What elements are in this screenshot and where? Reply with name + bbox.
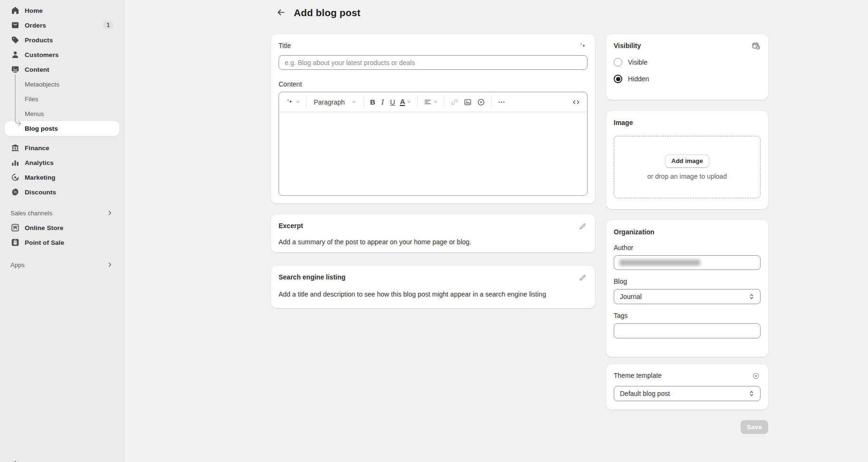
sidebar-item-files[interactable]: Files <box>5 92 119 106</box>
sidebar-item-marketing[interactable]: Marketing <box>5 170 119 184</box>
add-image-button[interactable]: Add image <box>665 154 709 168</box>
sidebar-item-discounts[interactable]: Discounts <box>5 185 119 199</box>
visibility-option-visible[interactable]: Visible <box>614 57 761 68</box>
insert-image-button[interactable] <box>461 95 474 109</box>
sidebar-item-orders[interactable]: Orders1 <box>5 18 119 32</box>
sidebar-section-apps[interactable]: Apps <box>5 259 119 270</box>
image-card-title: Image <box>614 119 633 126</box>
content-icon <box>10 65 20 74</box>
excerpt-card-title: Excerpt <box>279 222 303 230</box>
orders-icon <box>10 20 20 30</box>
rich-text-editor: Paragraph B I U A <box>279 92 588 196</box>
organization-card-title: Organization <box>614 228 655 236</box>
sidebar-item-finance[interactable]: Finance <box>5 141 119 155</box>
side-column: Visibility Visible Hidden Image Add imag… <box>606 34 768 434</box>
online-store-icon <box>10 223 20 232</box>
sidebar-item-metaobjects[interactable]: Metaobjects <box>5 77 119 92</box>
edit-seo-button[interactable] <box>578 273 588 283</box>
insert-link-button[interactable] <box>448 95 461 109</box>
author-input[interactable] <box>614 255 761 270</box>
page-title: Add blog post <box>294 7 360 19</box>
ai-generate-title-button[interactable] <box>578 42 588 51</box>
point-of-sale-icon <box>10 238 20 247</box>
updown-icon <box>748 293 755 300</box>
chevron-right-icon <box>106 261 114 269</box>
organization-card: Organization Author Blog Journal Tags <box>606 220 768 357</box>
image-icon <box>463 98 472 106</box>
sidebar-item-point-of-sale[interactable]: Point of Sale <box>5 235 119 250</box>
sidebar-item-menus[interactable]: Menus <box>5 106 119 121</box>
blog-select[interactable]: Journal <box>614 289 761 304</box>
post-editor-card: Title Content Paragraph <box>271 34 595 203</box>
toolbar-divider <box>306 96 307 108</box>
link-icon <box>450 98 459 106</box>
toolbar-divider <box>444 96 444 108</box>
save-button[interactable]: Save <box>741 420 768 434</box>
underline-button[interactable]: U <box>388 95 398 109</box>
image-dropzone[interactable]: Add image or drop an image to upload <box>614 136 761 198</box>
sidebar: HomeOrders1ProductsCustomersContentMetao… <box>0 0 125 462</box>
code-icon <box>572 98 580 106</box>
italic-button[interactable]: I <box>377 95 387 109</box>
schedule-visibility-button[interactable] <box>751 42 761 51</box>
text-color-button[interactable]: A <box>397 95 414 109</box>
chevron-down-icon <box>406 99 412 105</box>
pencil-icon <box>579 222 587 232</box>
radio-button <box>614 58 622 67</box>
more-options-button[interactable] <box>495 95 508 109</box>
finance-icon <box>10 143 20 153</box>
sidebar-item-customers[interactable]: Customers <box>5 48 119 62</box>
updown-icon <box>748 390 755 397</box>
insert-video-button[interactable] <box>474 95 488 109</box>
title-input[interactable] <box>279 55 588 70</box>
preview-template-button[interactable] <box>751 372 761 381</box>
sidebar-item-analytics[interactable]: Analytics <box>5 155 119 170</box>
marketing-icon <box>10 173 20 182</box>
chevron-down-icon <box>295 99 300 105</box>
visibility-option-hidden[interactable]: Hidden <box>614 73 761 85</box>
discounts-icon <box>10 187 20 197</box>
radio-button <box>614 75 622 83</box>
excerpt-card: Excerpt Add a summary of the post to app… <box>271 214 595 252</box>
theme-template-select[interactable]: Default blog post <box>614 386 761 401</box>
author-field-label: Author <box>614 244 761 251</box>
pencil-icon <box>579 273 587 283</box>
theme-card-title: Theme template <box>614 372 662 379</box>
analytics-icon <box>10 158 20 167</box>
ai-assist-button[interactable] <box>283 95 303 109</box>
sidebar-item-content[interactable]: Content <box>5 62 119 77</box>
sidebar-item-home[interactable]: Home <box>5 3 119 18</box>
text-style-selector[interactable]: Paragraph <box>310 95 360 109</box>
align-left-icon <box>424 98 432 106</box>
sidebar-item-settings[interactable]: Settings <box>5 457 119 462</box>
theme-template-card: Theme template Default blog post <box>606 364 768 410</box>
chevron-right-icon <box>106 209 114 217</box>
sidebar-section-sales-channels[interactable]: Sales channels <box>5 207 119 219</box>
chevron-down-icon <box>433 99 438 105</box>
alignment-button[interactable] <box>421 95 441 109</box>
footer-actions: Save <box>606 420 768 434</box>
sidebar-item-online-store[interactable]: Online Store <box>5 221 119 235</box>
drop-hint-text: or drop an image to upload <box>647 173 727 180</box>
page-header: Add blog post <box>274 6 360 19</box>
tags-input[interactable] <box>614 323 761 338</box>
visibility-card-title: Visibility <box>614 42 641 49</box>
title-field-label: Title <box>279 42 291 49</box>
code-view-button[interactable] <box>569 95 583 109</box>
sidebar-item-products[interactable]: Products <box>5 33 119 47</box>
content-editor-area[interactable] <box>279 112 587 196</box>
seo-card-title: Search engine listing <box>279 273 346 281</box>
settings-icon <box>10 460 20 462</box>
back-button[interactable] <box>274 6 288 19</box>
featured-image-card: Image Add image or drop an image to uplo… <box>606 111 768 209</box>
sparkles-icon <box>286 98 294 106</box>
edit-excerpt-button[interactable] <box>578 222 588 231</box>
bold-button[interactable]: B <box>367 95 377 109</box>
orders-count-badge: 1 <box>103 21 114 29</box>
seo-card: Search engine listing Add a title and de… <box>271 266 595 308</box>
blog-field-label: Blog <box>614 278 761 285</box>
sidebar-item-blog-posts[interactable]: Blog posts <box>5 121 119 136</box>
home-icon <box>10 6 20 15</box>
products-icon <box>10 35 20 45</box>
eye-icon <box>752 372 760 382</box>
